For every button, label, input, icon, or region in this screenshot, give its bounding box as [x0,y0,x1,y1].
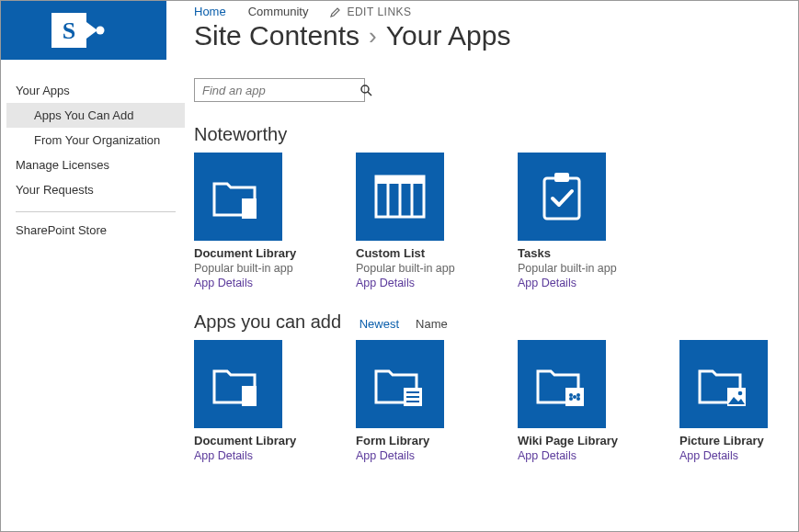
custom-list-icon [374,175,426,219]
section-noteworthy-heading: Noteworthy [194,124,798,145]
svg-point-2 [97,27,105,35]
app-details-link[interactable]: App Details [679,449,768,462]
page-title: Site Contents › Your Apps [194,20,798,51]
tile-custom-list: Custom List Popular built-in app App Det… [356,153,444,289]
sort-newest[interactable]: Newest [360,317,399,331]
breadcrumb-separator-icon: › [369,22,377,51]
tile-title: Form Library [356,434,444,447]
tile-title: Picture Library [679,434,768,447]
app-details-link[interactable]: App Details [356,449,444,462]
document-library-icon [211,358,266,410]
breadcrumb-site-contents[interactable]: Site Contents [194,20,360,51]
tile-document-library-2-button[interactable] [194,340,282,428]
search-input[interactable] [200,83,360,98]
svg-point-20 [569,393,573,397]
svg-rect-13 [242,386,257,406]
wiki-library-icon [534,358,589,410]
tile-title: Wiki Page Library [518,434,606,447]
svg-point-3 [361,85,369,93]
tile-picture-library: Picture Library App Details [679,340,768,462]
sidebar-item-apps-you-can-add[interactable]: Apps You Can Add [6,103,185,128]
tile-wiki-page-library: Wiki Page Library App Details [518,340,606,462]
tile-title: Document Library [194,246,282,260]
top-nav: Home Community EDIT LINKS [194,1,798,18]
svg-point-22 [569,397,573,401]
svg-point-19 [573,395,576,399]
app-details-link[interactable]: App Details [518,449,606,462]
svg-rect-12 [554,173,569,182]
tile-subtitle: Popular built-in app [194,262,282,275]
tile-document-library-2: Document Library App Details [194,340,282,462]
svg-line-4 [368,92,371,96]
sidebar: Your Apps Apps You Can Add From Your Org… [1,60,185,462]
search-box [194,78,365,102]
tile-picture-library-button[interactable] [679,340,768,428]
section-apps-you-can-add-heading: Apps you can add Newest Name [194,311,798,333]
tile-title: Custom List [356,246,444,260]
sharepoint-logo[interactable]: S [1,1,166,60]
document-library-icon [211,171,266,222]
search-icon[interactable] [360,84,372,96]
tile-subtitle: Popular built-in app [518,262,606,275]
addable-tiles: Document Library App Details Form Librar… [194,340,798,462]
tile-document-library-button[interactable] [194,153,282,241]
svg-point-21 [576,393,580,397]
tile-subtitle: Popular built-in app [356,262,444,275]
svg-text:S: S [63,17,75,44]
tile-form-library-button[interactable] [356,340,444,428]
noteworthy-tiles: Document Library Popular built-in app Ap… [194,153,798,289]
form-library-icon [372,358,428,410]
picture-library-icon [696,358,751,410]
tasks-icon [539,171,585,222]
svg-rect-7 [376,176,424,184]
sort-name[interactable]: Name [416,317,448,331]
sidebar-item-from-your-organization[interactable]: From Your Organization [6,128,185,153]
app-details-link[interactable]: App Details [194,277,282,289]
edit-links-button[interactable]: EDIT LINKS [330,6,411,18]
page-title-text: Your Apps [386,20,511,51]
app-details-link[interactable]: App Details [518,277,606,289]
svg-rect-11 [544,178,579,219]
nav-home[interactable]: Home [194,5,226,18]
tile-custom-list-button[interactable] [356,153,444,241]
app-details-link[interactable]: App Details [194,449,282,462]
tile-tasks: Tasks Popular built-in app App Details [518,153,606,289]
tile-tasks-button[interactable] [518,153,606,241]
tile-title: Document Library [194,434,282,447]
sidebar-item-your-requests[interactable]: Your Requests [6,177,185,202]
sidebar-item-sharepoint-store[interactable]: SharePoint Store [6,212,185,243]
sidebar-item-manage-licenses[interactable]: Manage Licenses [6,153,185,177]
svg-point-23 [576,397,580,401]
tile-form-library: Form Library App Details [356,340,444,462]
app-details-link[interactable]: App Details [356,277,444,289]
edit-links-label: EDIT LINKS [347,6,411,18]
sidebar-item-your-apps[interactable]: Your Apps [6,78,185,103]
nav-community[interactable]: Community [248,5,309,18]
tile-title: Tasks [518,246,606,260]
pencil-icon [330,6,341,17]
tile-document-library: Document Library Popular built-in app Ap… [194,153,282,289]
svg-point-25 [738,391,743,396]
tile-wiki-page-library-button[interactable] [518,340,606,428]
